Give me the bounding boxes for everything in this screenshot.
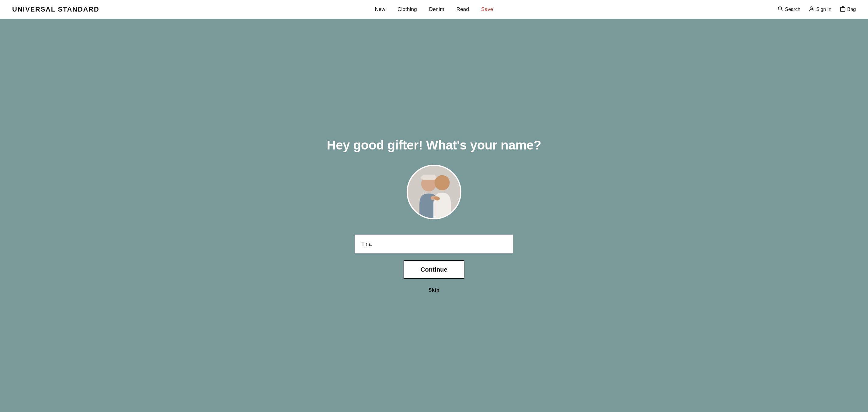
nav-item-save[interactable]: Save	[481, 6, 493, 12]
main-nav: New Clothing Denim Read Save	[375, 6, 493, 12]
bag-label: Bag	[847, 7, 856, 12]
search-label: Search	[785, 7, 801, 12]
search-button[interactable]: Search	[778, 6, 801, 12]
svg-point-2	[810, 7, 813, 9]
continue-button[interactable]: Continue	[404, 260, 464, 279]
site-header: UNIVERSAL STANDARD New Clothing Denim Re…	[0, 0, 868, 19]
search-icon	[778, 6, 783, 12]
avatar	[407, 165, 461, 219]
signin-button[interactable]: Sign In	[809, 6, 832, 12]
page-title: Hey good gifter! What's your name?	[327, 138, 541, 152]
svg-rect-7	[423, 175, 435, 180]
header-actions: Search Sign In Bag	[778, 6, 856, 13]
svg-rect-3	[840, 8, 845, 11]
signin-label: Sign In	[816, 7, 832, 12]
user-icon	[809, 6, 814, 12]
nav-item-denim[interactable]: Denim	[429, 6, 444, 12]
site-logo[interactable]: UNIVERSAL STANDARD	[12, 5, 99, 13]
nav-item-read[interactable]: Read	[457, 6, 469, 12]
svg-line-1	[781, 10, 783, 11]
bag-button[interactable]: Bag	[840, 6, 856, 13]
bag-icon	[840, 6, 845, 13]
nav-item-new[interactable]: New	[375, 6, 385, 12]
svg-point-8	[435, 175, 450, 191]
name-input[interactable]	[355, 235, 513, 253]
main-content: Hey good gifter! What's your name? Conti…	[0, 19, 868, 412]
skip-link[interactable]: Skip	[429, 287, 439, 293]
nav-item-clothing[interactable]: Clothing	[398, 6, 417, 12]
